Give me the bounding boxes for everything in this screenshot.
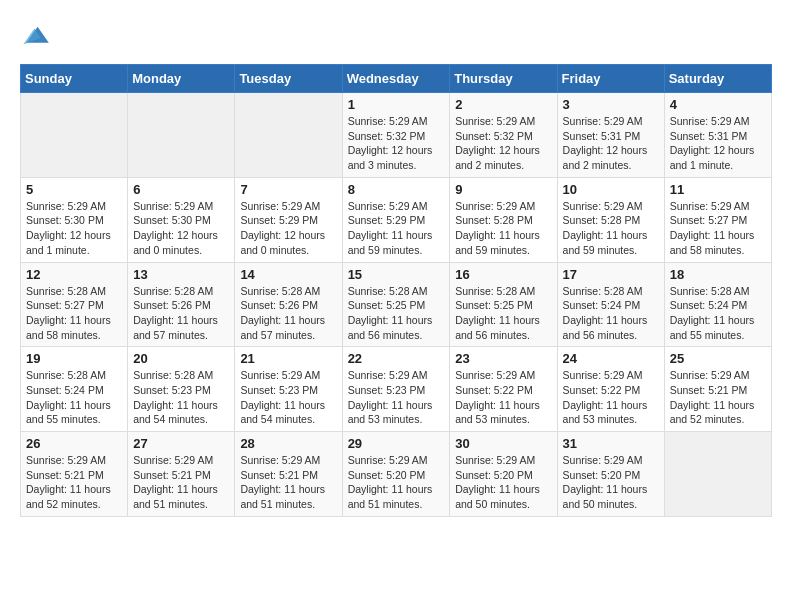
calendar-cell: 9Sunrise: 5:29 AMSunset: 5:28 PMDaylight… [450,177,557,262]
day-info: Sunrise: 5:28 AMSunset: 5:25 PMDaylight:… [348,284,445,343]
day-info: Sunrise: 5:29 AMSunset: 5:22 PMDaylight:… [455,368,551,427]
calendar-cell: 30Sunrise: 5:29 AMSunset: 5:20 PMDayligh… [450,432,557,517]
day-info: Sunrise: 5:29 AMSunset: 5:23 PMDaylight:… [348,368,445,427]
day-info: Sunrise: 5:29 AMSunset: 5:22 PMDaylight:… [563,368,659,427]
day-of-week-header: Tuesday [235,65,342,93]
day-number: 1 [348,97,445,112]
day-of-week-header: Thursday [450,65,557,93]
day-number: 31 [563,436,659,451]
calendar-cell: 22Sunrise: 5:29 AMSunset: 5:23 PMDayligh… [342,347,450,432]
day-number: 7 [240,182,336,197]
calendar-cell: 21Sunrise: 5:29 AMSunset: 5:23 PMDayligh… [235,347,342,432]
day-number: 23 [455,351,551,366]
day-info: Sunrise: 5:29 AMSunset: 5:20 PMDaylight:… [348,453,445,512]
day-number: 13 [133,267,229,282]
day-info: Sunrise: 5:28 AMSunset: 5:23 PMDaylight:… [133,368,229,427]
day-number: 5 [26,182,122,197]
day-number: 4 [670,97,766,112]
page-header [20,20,772,48]
calendar-cell: 23Sunrise: 5:29 AMSunset: 5:22 PMDayligh… [450,347,557,432]
day-info: Sunrise: 5:29 AMSunset: 5:28 PMDaylight:… [455,199,551,258]
day-info: Sunrise: 5:29 AMSunset: 5:28 PMDaylight:… [563,199,659,258]
calendar-cell: 4Sunrise: 5:29 AMSunset: 5:31 PMDaylight… [664,93,771,178]
calendar-cell: 27Sunrise: 5:29 AMSunset: 5:21 PMDayligh… [128,432,235,517]
day-number: 16 [455,267,551,282]
calendar-cell [664,432,771,517]
day-number: 22 [348,351,445,366]
day-info: Sunrise: 5:29 AMSunset: 5:29 PMDaylight:… [348,199,445,258]
day-of-week-header: Wednesday [342,65,450,93]
day-of-week-header: Saturday [664,65,771,93]
day-number: 30 [455,436,551,451]
day-number: 21 [240,351,336,366]
day-info: Sunrise: 5:28 AMSunset: 5:25 PMDaylight:… [455,284,551,343]
day-number: 14 [240,267,336,282]
calendar-header-row: SundayMondayTuesdayWednesdayThursdayFrid… [21,65,772,93]
day-number: 24 [563,351,659,366]
day-number: 27 [133,436,229,451]
logo [20,20,58,48]
day-info: Sunrise: 5:29 AMSunset: 5:21 PMDaylight:… [670,368,766,427]
day-info: Sunrise: 5:28 AMSunset: 5:26 PMDaylight:… [240,284,336,343]
calendar-cell: 15Sunrise: 5:28 AMSunset: 5:25 PMDayligh… [342,262,450,347]
day-info: Sunrise: 5:28 AMSunset: 5:27 PMDaylight:… [26,284,122,343]
day-info: Sunrise: 5:29 AMSunset: 5:32 PMDaylight:… [455,114,551,173]
day-number: 26 [26,436,122,451]
calendar-cell: 14Sunrise: 5:28 AMSunset: 5:26 PMDayligh… [235,262,342,347]
calendar-week-row: 1Sunrise: 5:29 AMSunset: 5:32 PMDaylight… [21,93,772,178]
logo-icon [20,20,52,48]
calendar-cell [21,93,128,178]
calendar-cell: 1Sunrise: 5:29 AMSunset: 5:32 PMDaylight… [342,93,450,178]
calendar-cell: 2Sunrise: 5:29 AMSunset: 5:32 PMDaylight… [450,93,557,178]
day-of-week-header: Sunday [21,65,128,93]
calendar-cell: 12Sunrise: 5:28 AMSunset: 5:27 PMDayligh… [21,262,128,347]
day-number: 11 [670,182,766,197]
day-info: Sunrise: 5:29 AMSunset: 5:23 PMDaylight:… [240,368,336,427]
calendar-week-row: 19Sunrise: 5:28 AMSunset: 5:24 PMDayligh… [21,347,772,432]
day-number: 8 [348,182,445,197]
calendar-week-row: 26Sunrise: 5:29 AMSunset: 5:21 PMDayligh… [21,432,772,517]
day-number: 29 [348,436,445,451]
calendar-table: SundayMondayTuesdayWednesdayThursdayFrid… [20,64,772,517]
day-info: Sunrise: 5:28 AMSunset: 5:24 PMDaylight:… [670,284,766,343]
calendar-cell: 16Sunrise: 5:28 AMSunset: 5:25 PMDayligh… [450,262,557,347]
calendar-cell: 17Sunrise: 5:28 AMSunset: 5:24 PMDayligh… [557,262,664,347]
day-info: Sunrise: 5:29 AMSunset: 5:31 PMDaylight:… [563,114,659,173]
calendar-week-row: 12Sunrise: 5:28 AMSunset: 5:27 PMDayligh… [21,262,772,347]
day-number: 28 [240,436,336,451]
day-of-week-header: Friday [557,65,664,93]
day-of-week-header: Monday [128,65,235,93]
calendar-cell [235,93,342,178]
day-number: 20 [133,351,229,366]
day-info: Sunrise: 5:29 AMSunset: 5:32 PMDaylight:… [348,114,445,173]
calendar-cell: 29Sunrise: 5:29 AMSunset: 5:20 PMDayligh… [342,432,450,517]
day-info: Sunrise: 5:29 AMSunset: 5:20 PMDaylight:… [455,453,551,512]
calendar-cell: 11Sunrise: 5:29 AMSunset: 5:27 PMDayligh… [664,177,771,262]
day-number: 15 [348,267,445,282]
calendar-cell: 6Sunrise: 5:29 AMSunset: 5:30 PMDaylight… [128,177,235,262]
calendar-cell: 10Sunrise: 5:29 AMSunset: 5:28 PMDayligh… [557,177,664,262]
day-info: Sunrise: 5:29 AMSunset: 5:21 PMDaylight:… [133,453,229,512]
calendar-cell: 31Sunrise: 5:29 AMSunset: 5:20 PMDayligh… [557,432,664,517]
calendar-cell: 28Sunrise: 5:29 AMSunset: 5:21 PMDayligh… [235,432,342,517]
calendar-cell: 7Sunrise: 5:29 AMSunset: 5:29 PMDaylight… [235,177,342,262]
day-info: Sunrise: 5:29 AMSunset: 5:31 PMDaylight:… [670,114,766,173]
day-number: 9 [455,182,551,197]
day-info: Sunrise: 5:29 AMSunset: 5:20 PMDaylight:… [563,453,659,512]
calendar-cell: 25Sunrise: 5:29 AMSunset: 5:21 PMDayligh… [664,347,771,432]
day-number: 3 [563,97,659,112]
day-info: Sunrise: 5:29 AMSunset: 5:21 PMDaylight:… [26,453,122,512]
calendar-cell [128,93,235,178]
day-number: 17 [563,267,659,282]
day-info: Sunrise: 5:29 AMSunset: 5:27 PMDaylight:… [670,199,766,258]
calendar-cell: 26Sunrise: 5:29 AMSunset: 5:21 PMDayligh… [21,432,128,517]
calendar-cell: 8Sunrise: 5:29 AMSunset: 5:29 PMDaylight… [342,177,450,262]
day-info: Sunrise: 5:29 AMSunset: 5:21 PMDaylight:… [240,453,336,512]
day-info: Sunrise: 5:29 AMSunset: 5:29 PMDaylight:… [240,199,336,258]
calendar-cell: 19Sunrise: 5:28 AMSunset: 5:24 PMDayligh… [21,347,128,432]
calendar-cell: 24Sunrise: 5:29 AMSunset: 5:22 PMDayligh… [557,347,664,432]
calendar-cell: 18Sunrise: 5:28 AMSunset: 5:24 PMDayligh… [664,262,771,347]
day-number: 25 [670,351,766,366]
day-number: 18 [670,267,766,282]
calendar-cell: 20Sunrise: 5:28 AMSunset: 5:23 PMDayligh… [128,347,235,432]
